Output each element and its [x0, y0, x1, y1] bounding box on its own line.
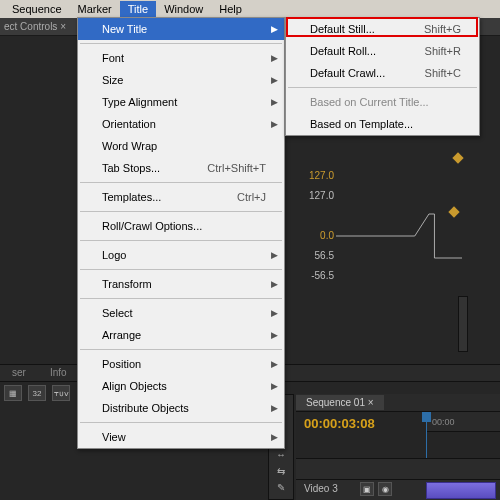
chevron-right-icon: ▶ — [271, 308, 278, 318]
menu-item-based-on-current-title: Based on Current Title... — [286, 91, 479, 113]
tab-browser[interactable]: ser — [0, 365, 38, 381]
icon-tuv[interactable]: ᴛᴜᴠ — [52, 385, 70, 401]
tool-slip[interactable]: ↔ — [272, 449, 290, 462]
menu-item-roll-crawl-options[interactable]: Roll/Crawl Options... — [78, 215, 284, 237]
scrollbar[interactable] — [458, 296, 468, 352]
menu-item-font[interactable]: Font▶ — [78, 47, 284, 69]
menu-item-arrange[interactable]: Arrange▶ — [78, 324, 284, 346]
menu-item-orientation[interactable]: Orientation▶ — [78, 113, 284, 135]
sequence-tab-bar: Sequence 01 × — [296, 394, 500, 412]
menu-item-size[interactable]: Size▶ — [78, 69, 284, 91]
chevron-right-icon: ▶ — [271, 330, 278, 340]
timeline-panel: Sequence 01 × 00:00:03:08 00:00 Video 3 … — [296, 394, 500, 500]
chevron-right-icon: ▶ — [271, 432, 278, 442]
value-5: 56.5 — [296, 246, 334, 266]
menu-item-default-still[interactable]: Default Still...Shift+G — [286, 18, 479, 40]
icon-grid[interactable]: ▦ — [4, 385, 22, 401]
new-title-submenu[interactable]: Default Still...Shift+GDefault Roll...Sh… — [285, 17, 480, 136]
menu-item-type-alignment[interactable]: Type Alignment▶ — [78, 91, 284, 113]
menu-item-default-roll[interactable]: Default Roll...Shift+R — [286, 40, 479, 62]
menu-item-tab-stops[interactable]: Tab Stops...Ctrl+Shift+T — [78, 157, 284, 179]
video-clip[interactable] — [426, 482, 496, 499]
menu-help[interactable]: Help — [211, 1, 250, 17]
value-2: 127.0 — [296, 186, 334, 206]
table-row[interactable]: Video 3 ▣ ◉ — [296, 479, 500, 500]
velocity-curve — [336, 206, 462, 266]
menu-item-default-crawl[interactable]: Default Crawl...Shift+C — [286, 62, 479, 84]
menu-item-templates[interactable]: Templates...Ctrl+J — [78, 186, 284, 208]
tool-pen[interactable]: ✎ — [272, 482, 290, 495]
icon-32[interactable]: 32 — [28, 385, 46, 401]
menu-window[interactable]: Window — [156, 1, 211, 17]
chevron-right-icon: ▶ — [271, 381, 278, 391]
menu-item-transform[interactable]: Transform▶ — [78, 273, 284, 295]
tab-info[interactable]: Info — [38, 365, 79, 381]
menu-item-distribute-objects[interactable]: Distribute Objects▶ — [78, 397, 284, 419]
keyframe-icon[interactable] — [452, 152, 463, 163]
property-values: 127.0 127.0 0.0 56.5 -56.5 — [296, 166, 334, 286]
value-4[interactable]: 0.0 — [296, 226, 334, 246]
value-3 — [296, 206, 334, 226]
chevron-right-icon: ▶ — [271, 279, 278, 289]
sequence-tab[interactable]: Sequence 01 × — [296, 395, 384, 410]
chevron-right-icon: ▶ — [271, 97, 278, 107]
menu-item-word-wrap[interactable]: Word Wrap — [78, 135, 284, 157]
menu-item-new-title[interactable]: New Title▶ — [78, 18, 284, 40]
tool-slide[interactable]: ⇆ — [272, 466, 290, 479]
chevron-right-icon: ▶ — [271, 403, 278, 413]
toggle-lock-icon[interactable]: ◉ — [378, 482, 392, 496]
chevron-right-icon: ▶ — [271, 24, 278, 34]
toggle-visibility-icon[interactable]: ▣ — [360, 482, 374, 496]
chevron-right-icon: ▶ — [271, 75, 278, 85]
chevron-right-icon: ▶ — [271, 119, 278, 129]
panel-icon-strip: ▦ 32 ᴛᴜᴠ — [4, 385, 70, 403]
menu-item-based-on-template[interactable]: Based on Template... — [286, 113, 479, 135]
time-ruler[interactable]: 00:00 — [426, 412, 500, 432]
menu-bar[interactable]: Sequence Marker Title Window Help — [0, 0, 500, 18]
menu-sequence[interactable]: Sequence — [4, 1, 70, 17]
chevron-right-icon: ▶ — [271, 250, 278, 260]
title-menu[interactable]: New Title▶Font▶Size▶Type Alignment▶Orien… — [77, 17, 285, 449]
menu-item-select[interactable]: Select▶ — [78, 302, 284, 324]
menu-item-logo[interactable]: Logo▶ — [78, 244, 284, 266]
menu-item-position[interactable]: Position▶ — [78, 353, 284, 375]
table-row[interactable] — [296, 458, 500, 479]
menu-item-view[interactable]: View▶ — [78, 426, 284, 448]
chevron-right-icon: ▶ — [271, 53, 278, 63]
track-toggles: ▣ ◉ — [360, 482, 392, 496]
track-label: Video 3 — [304, 483, 338, 494]
value-1[interactable]: 127.0 — [296, 166, 334, 186]
menu-title[interactable]: Title — [120, 1, 156, 17]
value-6: -56.5 — [296, 266, 334, 286]
menu-marker[interactable]: Marker — [70, 1, 120, 17]
menu-item-align-objects[interactable]: Align Objects▶ — [78, 375, 284, 397]
effect-controls-tab[interactable]: ect Controls × — [4, 21, 66, 32]
chevron-right-icon: ▶ — [271, 359, 278, 369]
